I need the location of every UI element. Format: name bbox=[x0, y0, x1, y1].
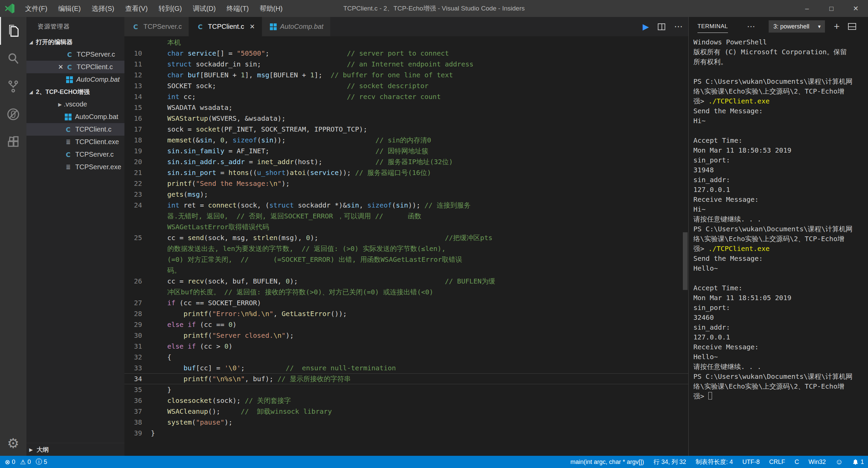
tab-tcpserver-c[interactable]: CTCPServer.c bbox=[124, 17, 189, 36]
open-editor-item[interactable]: ✕CTCPClient.c bbox=[26, 61, 124, 73]
source-control-icon[interactable] bbox=[0, 73, 26, 100]
tree-item[interactable]: ≣TCPClient.exe bbox=[26, 136, 124, 148]
minimize-icon[interactable]: – bbox=[795, 0, 819, 17]
tree-item[interactable]: ▶.vscode bbox=[26, 98, 124, 111]
code-line[interactable]: (=0) 对方正常关闭, // (=SOCKET_ERROR) 出错, 用函数W… bbox=[124, 254, 688, 265]
tree-item[interactable]: CTCPClient.c bbox=[26, 123, 124, 136]
status-warning-icon[interactable]: ⚠0 bbox=[20, 458, 31, 466]
code-line[interactable]: 11 struct sockaddr_in sin; // an Interne… bbox=[124, 59, 688, 70]
terminal-tab[interactable]: TERMINAL bbox=[697, 23, 728, 33]
close-icon[interactable]: ✕ bbox=[250, 23, 255, 31]
code-line[interactable]: 36 closesocket(sock); // 关闭套接字 bbox=[124, 395, 688, 406]
code-text: system("pause"); bbox=[142, 417, 233, 428]
code-line[interactable]: 37 WSACleanup(); // 卸载winsock library bbox=[124, 406, 688, 417]
code-line[interactable]: 22 printf("Send the Message:\n"); bbox=[124, 178, 688, 189]
run-button[interactable]: ▶ bbox=[643, 22, 649, 32]
explorer-icon[interactable] bbox=[0, 17, 26, 45]
code-line[interactable]: 26 cc = recv(sock, buf, BUFLEN, 0); // B… bbox=[124, 276, 688, 287]
terminal-output[interactable]: Windows PowerShell版权所有 (C) Microsoft Cor… bbox=[689, 36, 868, 456]
code-line[interactable]: 码。 bbox=[124, 265, 688, 276]
menu-item[interactable]: 查看(V) bbox=[120, 0, 153, 17]
code-line[interactable]: 34 printf("\n%s\n", buf); // 显示所接收的字符串 bbox=[124, 373, 688, 384]
tree-item[interactable]: AutoComp.bat bbox=[26, 111, 124, 123]
code-line[interactable]: 31 else if (cc > 0) bbox=[124, 341, 688, 352]
menu-item[interactable]: 选择(S) bbox=[86, 0, 120, 17]
search-icon[interactable] bbox=[0, 45, 26, 73]
menu-item[interactable]: 调试(D) bbox=[187, 0, 221, 17]
terminal-select[interactable]: 3: powershell ▼ bbox=[769, 20, 825, 33]
code-line[interactable]: 15 WSADATA wsadata; bbox=[124, 102, 688, 113]
code-line[interactable]: 35 } bbox=[124, 384, 688, 395]
maximize-icon[interactable]: □ bbox=[819, 0, 844, 17]
code-line[interactable]: 29 else if (cc == 0) bbox=[124, 319, 688, 330]
code-line[interactable]: 16 WSAStartup(WSVERS, &wsadata); bbox=[124, 113, 688, 124]
code-line[interactable]: 冲区buf的长度。 // 返回值: 接收的字符数(>0)、对方已关闭(=0) 或… bbox=[124, 287, 688, 297]
status-cursor-position[interactable]: 行 34, 列 32 bbox=[653, 458, 686, 466]
status-eol[interactable]: CRLF bbox=[769, 459, 785, 466]
menu-item[interactable]: 编辑(E) bbox=[53, 0, 86, 17]
code-line[interactable]: 本机 bbox=[124, 37, 688, 48]
status-info-icon[interactable]: ⓘ5 bbox=[36, 457, 47, 466]
code-line[interactable]: WSAGetLastError取得错误代码 bbox=[124, 221, 688, 232]
notifications-bell[interactable]: 1 bbox=[852, 459, 864, 466]
file-label: .vscode bbox=[64, 100, 87, 108]
menu-item[interactable]: 文件(F) bbox=[20, 0, 53, 17]
new-terminal-icon[interactable]: + bbox=[834, 21, 840, 32]
extensions-icon[interactable] bbox=[0, 128, 26, 156]
menu-item[interactable]: 转到(G) bbox=[153, 0, 188, 17]
debug-icon[interactable] bbox=[0, 100, 26, 128]
outline-section-header[interactable]: ▶ 大纲 bbox=[26, 443, 124, 456]
code-line[interactable]: 20 sin.sin_addr.s_addr = inet_addr(host)… bbox=[124, 156, 688, 167]
feedback-smiley-icon[interactable]: ☺ bbox=[835, 457, 843, 466]
open-editors-header[interactable]: ◢ 打开的编辑器 bbox=[26, 36, 124, 48]
code-line[interactable]: 的数据发送出去, len为要发送的字节数, // 返回值: (>0) 实际发送的… bbox=[124, 243, 688, 254]
code-line[interactable]: 39} bbox=[124, 428, 688, 438]
code-line[interactable]: 21 sin.sin_port = htons((u_short)atoi(se… bbox=[124, 167, 688, 178]
code-line[interactable]: 25 cc = send(sock, msg, strlen(msg), 0);… bbox=[124, 232, 688, 243]
gear-icon[interactable]: ⚙ bbox=[7, 435, 19, 451]
code-line[interactable]: 10 char service[] = "50500"; // server p… bbox=[124, 48, 688, 59]
line-number: 27 bbox=[124, 297, 142, 308]
tree-item[interactable]: CTCPServer.c bbox=[26, 148, 124, 161]
split-terminal-icon[interactable] bbox=[848, 23, 856, 30]
tree-item[interactable]: ≣TCPServer.exe bbox=[26, 161, 124, 173]
code-line[interactable]: 33 buf[cc] = '\0'; // ensure null-termin… bbox=[124, 363, 688, 373]
menu-item[interactable]: 帮助(H) bbox=[254, 0, 288, 17]
menu-item[interactable]: 终端(T) bbox=[221, 0, 254, 17]
code-line[interactable]: 13 SOCKET sock; // socket descriptor bbox=[124, 80, 688, 91]
code-line[interactable]: 28 printf("Error:\n%d.\n", GetLastError(… bbox=[124, 308, 688, 319]
line-number: 21 bbox=[124, 167, 142, 178]
code-line[interactable]: 23 gets(msg); bbox=[124, 189, 688, 200]
status-error-icon[interactable]: ⊗0 bbox=[5, 458, 15, 466]
editor-scrollbar[interactable] bbox=[683, 232, 688, 290]
code-line[interactable]: 24 int ret = connect(sock, (struct socka… bbox=[124, 200, 688, 211]
code-line[interactable]: 14 int cc; // recv character count bbox=[124, 91, 688, 102]
close-icon[interactable]: ✕ bbox=[844, 0, 868, 17]
status-platform[interactable]: Win32 bbox=[808, 459, 826, 466]
code-line[interactable]: 27 if (cc == SOCKET_ERROR) bbox=[124, 297, 688, 308]
terminal-line: 请按任意键继续. . . bbox=[693, 362, 868, 372]
open-editor-item[interactable]: AutoComp.bat bbox=[26, 73, 124, 86]
code-line[interactable]: 18 memset(&sin, 0, sizeof(sin)); // sin的… bbox=[124, 135, 688, 145]
close-icon[interactable]: ✕ bbox=[56, 63, 65, 71]
code-line[interactable]: 器.无错时, 返回0, // 否则, 返回SOCKET_ERROR ，可以调用 … bbox=[124, 211, 688, 221]
code-line[interactable]: 32 { bbox=[124, 352, 688, 363]
status-encoding[interactable]: UTF-8 bbox=[742, 459, 760, 466]
code-line[interactable]: 30 printf("Server closed.\n"); bbox=[124, 330, 688, 341]
status-language[interactable]: C bbox=[794, 459, 799, 466]
code-line[interactable]: 12 char buf[BUFLEN + 1], msg[BUFLEN + 1]… bbox=[124, 70, 688, 80]
code-editor[interactable]: 本机10 char service[] = "50500"; // server… bbox=[124, 36, 688, 456]
tab-tcpclient-c[interactable]: CTCPClient.c✕ bbox=[189, 17, 262, 36]
tab-autocomp-bat[interactable]: AutoComp.bat bbox=[262, 17, 330, 36]
status-symbol[interactable]: main(int argc, char * argv[]) bbox=[570, 459, 644, 466]
code-line[interactable]: 19 sin.sin_family = AF_INET; // 因特网地址簇 bbox=[124, 145, 688, 156]
more-actions-icon[interactable]: ⋯ bbox=[674, 21, 684, 32]
folder-section-header[interactable]: ◢ 2、TCP-ECHO增强 bbox=[26, 86, 124, 98]
open-editor-item[interactable]: CTCPServer.c bbox=[26, 48, 124, 61]
code-line[interactable]: 38 system("pause"); bbox=[124, 417, 688, 428]
code-text: sock = socket(PF_INET, SOCK_STREAM, IPPR… bbox=[142, 124, 367, 135]
code-line[interactable]: 17 sock = socket(PF_INET, SOCK_STREAM, I… bbox=[124, 124, 688, 135]
status-tab-size[interactable]: 制表符长度: 4 bbox=[695, 458, 733, 466]
split-editor-icon[interactable] bbox=[658, 23, 665, 30]
terminal-more-actions-icon[interactable]: ⋯ bbox=[747, 22, 755, 31]
